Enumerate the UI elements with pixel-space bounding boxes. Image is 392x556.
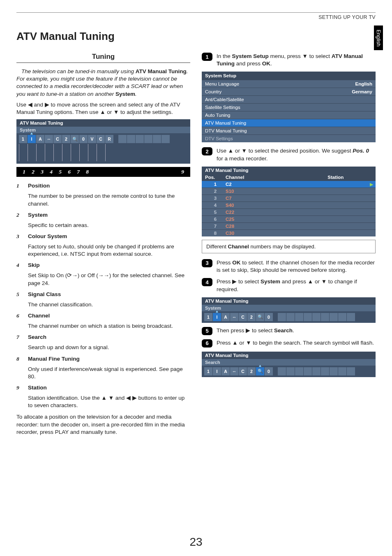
osd-cell: A	[221, 313, 230, 321]
osd-cell: 2	[247, 313, 256, 321]
osd-search: ATV Manual Tuning Search 1IA↔C2🔍0	[202, 352, 376, 377]
intro-text: The television can be tuned-in manually …	[16, 68, 190, 98]
osd-cell: 0	[265, 367, 273, 375]
definition-body: The channel number on which a station is…	[28, 322, 190, 330]
osd-cell	[338, 313, 346, 321]
osd-cell	[330, 313, 338, 321]
osd-cell: C	[239, 313, 247, 321]
osd-cell	[127, 135, 135, 143]
osd-cell	[161, 135, 170, 143]
osd-cell: 2	[247, 367, 256, 375]
channel-row[interactable]: 1C2▶	[202, 181, 376, 188]
definition-body: Specific to certain areas.	[28, 222, 190, 229]
osd-cell	[278, 313, 286, 321]
menu-row[interactable]: Menu LanguageEnglish	[202, 80, 376, 88]
menu-row[interactable]: Ant/Cable/Satellite	[202, 95, 376, 103]
osd-cell: C	[53, 135, 62, 143]
definition-body: Factory set to Auto, should only be chan…	[28, 243, 190, 258]
osd-cell	[136, 135, 144, 143]
definition-item: 3Colour System	[16, 233, 190, 240]
channel-row[interactable]: 3C7	[202, 195, 376, 202]
page-title: ATV Manual Tuning	[16, 30, 376, 43]
step-badge: 4	[202, 278, 212, 286]
osd-subtitle: System	[202, 305, 376, 311]
channel-row[interactable]: 7C28	[202, 222, 376, 229]
osd-cell: 🔍	[256, 367, 264, 375]
osd-cell: 2	[62, 135, 70, 143]
osd-cell: C	[97, 135, 105, 143]
definition-body: Set Skip to On (⟳→) or Off (→→) for the …	[28, 272, 190, 287]
system-setup-menu: System SetupMenu LanguageEnglishCountryG…	[202, 72, 376, 142]
allocate-text: To allocate a position on the television…	[16, 413, 190, 436]
osd-cell	[312, 313, 321, 321]
step-badge: 1	[202, 53, 212, 61]
menu-row[interactable]: Satellite Settings	[202, 103, 376, 111]
step-3-text: Press OK to select. If the channel chose…	[217, 259, 376, 274]
definition-item: 2System	[16, 212, 190, 218]
osd-cell: ↔	[230, 367, 238, 375]
osd-cell: ↔	[230, 313, 238, 321]
osd-cell: I	[213, 313, 221, 321]
definition-body: The number to be pressed on the remote c…	[28, 192, 190, 207]
definition-item: 8Manual Fine Tuning	[16, 356, 190, 362]
osd-cell: A	[221, 367, 230, 375]
definition-body: Station identification. Use the ▲ ▼ and …	[28, 394, 190, 409]
use-arrows-text: Use ◀ and ▶ to move across the screen an…	[16, 101, 190, 116]
osd-cell	[295, 367, 303, 375]
osd-cells: 1IA↔C2🔍0	[202, 311, 376, 323]
osd-cell: I	[213, 367, 221, 375]
step-badge: 5	[202, 327, 212, 335]
note-box: Different Channel numbers may be display…	[202, 240, 376, 253]
osd-cell: 1	[204, 367, 212, 375]
osd-cell	[286, 313, 295, 321]
step-1: 1 In the System Setup menu, press ▼ to s…	[202, 53, 376, 67]
osd-cells: 1IA↔C2🔍0	[202, 366, 376, 377]
osd-cell: 🔍	[71, 135, 79, 143]
page-number: 23	[0, 535, 392, 549]
step-6: 6 Press ▲ or ▼ to begin the search. The …	[202, 339, 376, 348]
channel-row[interactable]: 8C30	[202, 229, 376, 236]
channel-table-head: Pos.ChannelStation	[202, 174, 376, 181]
osd-cell: V	[88, 135, 96, 143]
osd-cell	[347, 313, 355, 321]
header-section: SETTING UP YOUR TV	[16, 14, 376, 20]
osd-cell: 0	[79, 135, 88, 143]
menu-row[interactable]: Auto Tuning	[202, 111, 376, 119]
definition-body: Search up and down for a signal.	[28, 344, 190, 351]
definition-item: 5Signal Class	[16, 291, 190, 298]
osd-cell: C	[239, 367, 247, 375]
menu-row[interactable]: CountryGermany	[202, 88, 376, 95]
osd-cell	[153, 135, 161, 143]
osd-cell: 0	[265, 313, 273, 321]
osd-cell: 🔍	[256, 313, 264, 321]
channel-row[interactable]: 5C22	[202, 208, 376, 215]
step-3: 3 Press OK to select. If the channel cho…	[202, 259, 376, 274]
osd-title: ATV Manual Tuning	[202, 297, 376, 305]
menu-row[interactable]: ATV Manual Tuning	[202, 119, 376, 127]
menu-row[interactable]: DTV Settings	[202, 134, 376, 142]
osd-cell	[286, 367, 295, 375]
osd-cell	[330, 367, 338, 375]
left-column: Tuning The television can be tuned-in ma…	[16, 53, 190, 439]
step-badge: 6	[202, 339, 212, 348]
osd-system-select: ATV Manual Tuning System 1IA↔C2🔍0	[202, 297, 376, 323]
step-4-text: Press ▶ to select System and press ▲ or …	[217, 278, 376, 293]
osd-cell	[118, 135, 127, 143]
channel-row[interactable]: 4S40	[202, 202, 376, 208]
channel-row[interactable]: 6C25	[202, 215, 376, 222]
osd-cell: A	[36, 135, 44, 143]
osd-legend: 123456789	[16, 167, 190, 177]
osd-cell	[304, 313, 312, 321]
step-1-text: In the System Setup menu, press ▼ to sel…	[217, 53, 376, 67]
osd-title: ATV Manual Tuning	[16, 119, 190, 127]
definition-item: 9Station	[16, 385, 190, 391]
definitions-list: 1PositionThe number to be pressed on the…	[16, 183, 190, 409]
menu-row[interactable]: DTV Manual Tuning	[202, 127, 376, 134]
channel-row[interactable]: 2S10	[202, 188, 376, 195]
channel-table: ATV Manual TuningPos.ChannelStation1C2▶2…	[202, 167, 376, 236]
osd-cell	[338, 367, 346, 375]
osd-cell: R	[105, 135, 113, 143]
right-column: 1 In the System Setup menu, press ▼ to s…	[202, 53, 376, 439]
osd-cell	[278, 367, 286, 375]
osd-manual-tuning-full: ATV Manual Tuning System 1IA↔C2🔍0VCR	[16, 119, 190, 164]
